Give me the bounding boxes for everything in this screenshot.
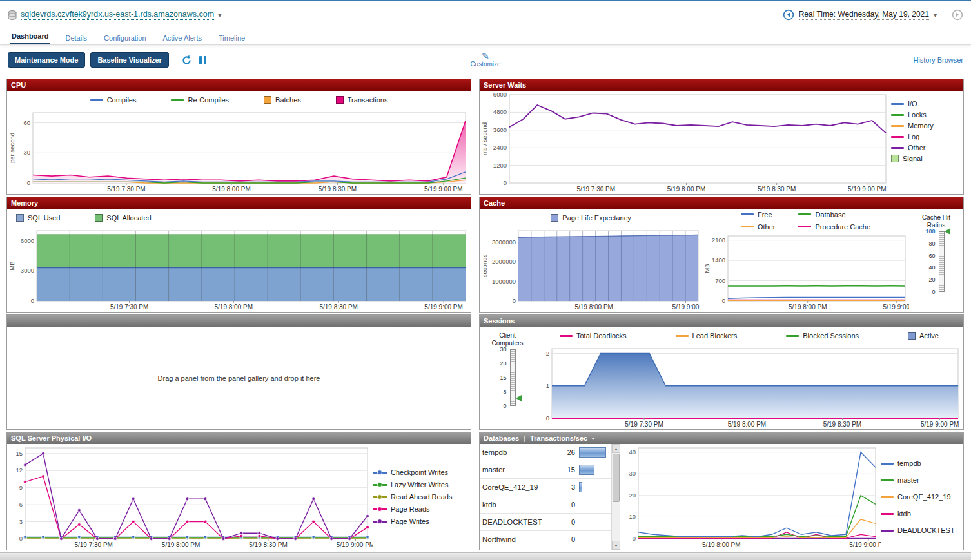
physical-io-chart[interactable]: 036912155/19 7:30 PM5/19 8:00 PM5/19 8:3… — [7, 444, 373, 550]
history-browser-link[interactable]: History Browser — [913, 56, 963, 64]
svg-text:700: 700 — [715, 277, 725, 284]
panel-drop-zone[interactable]: Drag a panel from the panel gallery and … — [7, 327, 471, 429]
svg-text:3000: 3000 — [21, 267, 34, 274]
svg-text:30: 30 — [629, 470, 636, 477]
legend-swatch — [881, 479, 894, 481]
server-selector[interactable]: sqldevrds.czvftek9yrdx.us-east-1.rds.ama… — [8, 10, 221, 20]
svg-text:5/19 8:00 PM: 5/19 8:00 PM — [702, 541, 740, 548]
refresh-icon[interactable] — [181, 54, 193, 66]
legend-label: Free — [758, 211, 772, 218]
svg-text:0: 0 — [504, 179, 507, 186]
db-value: 26 — [560, 449, 575, 456]
legend-swatch — [891, 125, 904, 127]
db-row-deadlocktest[interactable]: DEADLOCKTEST0 — [480, 514, 611, 531]
tab-active-alerts[interactable]: Active Alerts — [162, 32, 204, 44]
svg-text:1000000: 1000000 — [492, 278, 516, 285]
db-row-ktdb[interactable]: ktdb0 — [480, 496, 611, 514]
gauge-label: 8 — [503, 389, 506, 395]
customize-button[interactable]: ✎ Customize — [470, 52, 500, 68]
customize-label: Customize — [470, 61, 500, 68]
panel-header-server-waits[interactable]: Server Waits — [480, 79, 963, 91]
legend-label: DEADLOCKTEST — [897, 526, 955, 534]
legend-item-page-reads: Page Reads — [373, 505, 471, 513]
server-waits-chart[interactable]: 0120024003600480060005/19 7:30 PM5/19 8:… — [480, 91, 891, 194]
legend-item-coreqe-412-19: CoreQE_412_19 — [881, 493, 961, 501]
cache-memory-chart[interactable]: 0700140021005/19 8:00 PM5/19 9:00MB — [702, 232, 909, 312]
tab-dashboard[interactable]: Dashboard — [10, 30, 50, 44]
svg-text:5/19 8:00 PM: 5/19 8:00 PM — [214, 304, 252, 311]
legend-item-lazy-writer-writes: Lazy Writer Writes — [373, 481, 471, 488]
db-bar — [579, 516, 609, 528]
page-life-expectancy-chart[interactable]: 01000000200000030000005/19 8:00 PM5/19 9… — [480, 227, 702, 312]
svg-text:5/19 8:30 PM: 5/19 8:30 PM — [758, 186, 796, 193]
legend-item-procedure-cache: Procedure Cache — [798, 222, 870, 231]
panel-header-cpu[interactable]: CPU — [7, 79, 471, 91]
tab-timeline[interactable]: Timeline — [217, 32, 246, 44]
cpu-chart[interactable]: 030605/19 7:30 PM5/19 8:00 PM5/19 8:30 P… — [7, 109, 471, 194]
baseline-visualizer-button[interactable]: Baseline Visualizer — [90, 52, 168, 68]
legend-item-signal: Signal — [891, 155, 963, 162]
top-bar: sqldevrds.czvftek9yrdx.us-east-1.rds.ama… — [0, 1, 971, 28]
caret-down-icon[interactable]: ▼ — [591, 436, 595, 441]
panel-header-databases[interactable]: Databases | Transactions/sec ▼ — [480, 432, 963, 444]
history-forward-icon[interactable] — [952, 9, 963, 21]
db-row-tempdb[interactable]: tempdb26 — [480, 444, 611, 461]
scroll-down-icon[interactable]: ▼ — [612, 541, 620, 550]
legend-label: Lead Blockers — [692, 332, 738, 340]
toolbar: Maintenance Mode Baseline Visualizer ✎ C… — [0, 45, 971, 75]
legend-swatch — [95, 214, 103, 222]
db-value: 0 — [560, 518, 575, 526]
database-list-scrollbar[interactable]: ▲ ▼ — [611, 444, 620, 550]
svg-text:5/19 9:00: 5/19 9:00 — [883, 304, 909, 311]
scroll-up-icon[interactable]: ▲ — [612, 444, 620, 453]
db-bar — [579, 499, 609, 510]
maintenance-mode-button[interactable]: Maintenance Mode — [8, 52, 85, 68]
panel-title: Sessions — [484, 317, 515, 325]
panel-header-empty[interactable] — [7, 315, 471, 327]
scrollbar-track[interactable] — [612, 453, 620, 541]
legend-swatch — [551, 214, 558, 222]
panel-sessions: Sessions Client Computers 30231580 Total… — [479, 314, 964, 430]
gauge-title: Client Computers — [488, 332, 527, 347]
db-row-master[interactable]: master15 — [480, 461, 611, 479]
legend-label: Procedure Cache — [815, 223, 870, 231]
svg-text:5/19 9:00: 5/19 9:00 — [672, 304, 700, 311]
db-row-northwind[interactable]: Northwind0 — [480, 531, 611, 548]
history-back-icon[interactable] — [783, 9, 794, 21]
chevron-down-icon[interactable]: ▾ — [934, 12, 937, 19]
panel-header-physical-io[interactable]: SQL Server Physical I/O — [7, 432, 471, 444]
svg-text:5/19 8:00 PM: 5/19 8:00 PM — [728, 421, 766, 428]
gauge-label: 80 — [928, 240, 935, 247]
client-computers: Client Computers 30231580 — [480, 327, 535, 429]
horizontal-scrollbar[interactable] — [0, 552, 971, 560]
legend-swatch — [881, 496, 894, 498]
panel-title: Databases — [484, 434, 519, 442]
gauge-label: 0 — [503, 403, 506, 409]
svg-text:5/19 9:00 PM: 5/19 9:00 PM — [424, 304, 462, 311]
realtime-label[interactable]: Real Time: Wednesday, May 19, 2021 — [799, 10, 929, 20]
gauge-label: 40 — [928, 264, 935, 271]
svg-text:1200: 1200 — [493, 162, 507, 169]
legend-label: Read Ahead Reads — [391, 493, 452, 501]
legend-label: Memory — [908, 122, 934, 130]
db-name: master — [482, 466, 560, 474]
sessions-chart[interactable]: 0125/19 7:30 PM5/19 8:00 PM5/19 8:30 PM5… — [535, 345, 963, 429]
databases-chart[interactable]: 0102030405/19 8:00 PM5/19 9:00 PM — [620, 444, 881, 550]
metric-dropdown[interactable]: Transactions/sec — [530, 434, 587, 442]
panel-header-cache[interactable]: Cache — [480, 197, 963, 209]
legend-label: Checkpoint Writes — [391, 468, 448, 476]
svg-text:5/19 7:30 PM: 5/19 7:30 PM — [625, 421, 663, 428]
db-row-coreqe_412_19[interactable]: CoreQE_412_193 — [480, 479, 611, 496]
tab-configuration[interactable]: Configuration — [103, 32, 147, 44]
panel-header-memory[interactable]: Memory — [7, 197, 471, 209]
pause-icon[interactable] — [199, 56, 206, 64]
legend-label: CoreQE_412_19 — [897, 493, 951, 501]
legend-swatch — [373, 470, 387, 476]
svg-text:3600: 3600 — [493, 126, 507, 133]
svg-text:0: 0 — [27, 179, 30, 186]
panel-header-sessions[interactable]: Sessions — [480, 315, 963, 327]
legend-label: I/O — [908, 100, 917, 108]
tab-details[interactable]: Details — [64, 32, 88, 44]
memory-chart[interactable]: 0300060005/19 7:30 PM5/19 8:00 PM5/19 8:… — [7, 227, 471, 312]
scrollbar-thumb[interactable] — [613, 454, 620, 502]
